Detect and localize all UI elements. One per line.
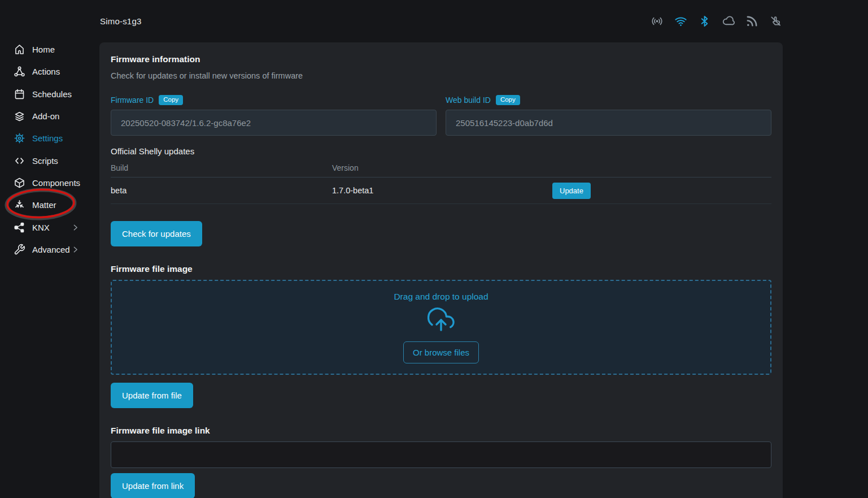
chevron-right-icon	[72, 224, 79, 231]
web-build-id-input[interactable]	[446, 110, 771, 136]
id-fields-row: Firmware ID Copy Web build ID Copy	[111, 94, 771, 136]
code-icon	[14, 155, 25, 167]
sidebar-item-label: Components	[32, 178, 80, 188]
touch-disabled-icon	[769, 15, 782, 28]
chevron-right-icon	[72, 246, 79, 253]
web-build-id-label: Web build ID	[446, 96, 491, 105]
upload-cloud-icon	[428, 306, 455, 336]
firmware-id-input[interactable]	[111, 110, 437, 136]
official-updates-title: Official Shelly updates	[111, 146, 771, 156]
firmware-settings-panel: Firmware information Check for updates o…	[99, 42, 783, 498]
file-dropzone[interactable]: Drag and drop to upload Or browse files	[111, 280, 771, 375]
version-cell: 1.7.0-beta1	[332, 186, 552, 195]
sidebar-item-settings[interactable]: Settings	[0, 127, 99, 149]
matter-icon	[14, 199, 25, 211]
sidebar-item-label: Matter	[32, 200, 56, 210]
firmware-link-input[interactable]	[111, 441, 771, 468]
network-icon	[14, 222, 25, 233]
wrench-icon	[14, 244, 25, 256]
bluetooth-icon	[698, 15, 711, 28]
copy-web-build-id-button[interactable]: Copy	[496, 95, 520, 105]
copy-firmware-id-button[interactable]: Copy	[159, 95, 183, 105]
sidebar-item-label: KNX	[32, 223, 50, 232]
sidebar-item-components[interactable]: Components	[0, 172, 99, 194]
firmware-id-label: Firmware ID	[111, 96, 154, 105]
calendar-icon	[14, 88, 25, 100]
column-build: Build	[111, 163, 332, 172]
gear-icon	[14, 132, 25, 144]
sidebar-item-home[interactable]: Home	[0, 38, 99, 60]
update-from-link-button[interactable]: Update from link	[111, 473, 195, 498]
sidebar-item-label: Add-on	[32, 111, 59, 121]
updates-table-header: Build Version	[111, 163, 771, 177]
layers-icon	[14, 110, 25, 122]
rss-icon	[745, 15, 758, 28]
sidebar-item-addon[interactable]: Add-on	[0, 105, 99, 127]
sidebar-item-label: Advanced	[32, 245, 70, 254]
home-icon	[14, 44, 25, 55]
page-subtitle: Check for updates or install new version…	[111, 71, 771, 80]
cube-icon	[14, 177, 25, 189]
table-row: beta 1.7.0-beta1 Update	[111, 177, 771, 204]
sidebar-item-label: Actions	[32, 67, 60, 76]
sidebar-item-actions[interactable]: Actions	[0, 60, 99, 83]
sidebar-item-label: Scripts	[32, 156, 58, 166]
wifi-icon	[674, 15, 687, 28]
sidebar: Home Actions Schedules Add-on	[0, 38, 99, 261]
web-build-id-field: Web build ID Copy	[446, 94, 771, 136]
sidebar-item-label: Home	[32, 45, 55, 54]
device-name: Simo-s1g3	[100, 16, 142, 26]
actions-icon	[14, 66, 25, 77]
check-for-updates-button[interactable]: Check for updates	[111, 221, 202, 246]
updates-table: Build Version beta 1.7.0-beta1 Update	[111, 163, 771, 204]
cloud-icon	[722, 15, 735, 28]
firmware-link-title: Firmware file image link	[111, 426, 771, 436]
sidebar-item-schedules[interactable]: Schedules	[0, 83, 99, 105]
firmware-id-field: Firmware ID Copy	[111, 94, 437, 136]
access-point-icon	[651, 15, 664, 28]
sidebar-item-advanced[interactable]: Advanced	[0, 239, 99, 261]
update-beta-button[interactable]: Update	[552, 183, 591, 199]
dropzone-text: Drag and drop to upload	[394, 292, 488, 302]
firmware-file-image-title: Firmware file image	[111, 264, 771, 274]
update-from-file-button[interactable]: Update from file	[111, 383, 193, 408]
status-icon-strip	[651, 15, 782, 28]
sidebar-item-matter[interactable]: Matter	[0, 194, 99, 216]
sidebar-item-label: Settings	[32, 133, 63, 143]
page-title: Firmware information	[111, 54, 771, 64]
sidebar-item-knx[interactable]: KNX	[0, 216, 99, 238]
sidebar-item-scripts[interactable]: Scripts	[0, 149, 99, 171]
browse-files-button[interactable]: Or browse files	[403, 341, 479, 363]
column-version: Version	[332, 163, 552, 172]
sidebar-item-label: Schedules	[32, 89, 72, 99]
build-cell: beta	[111, 186, 332, 195]
